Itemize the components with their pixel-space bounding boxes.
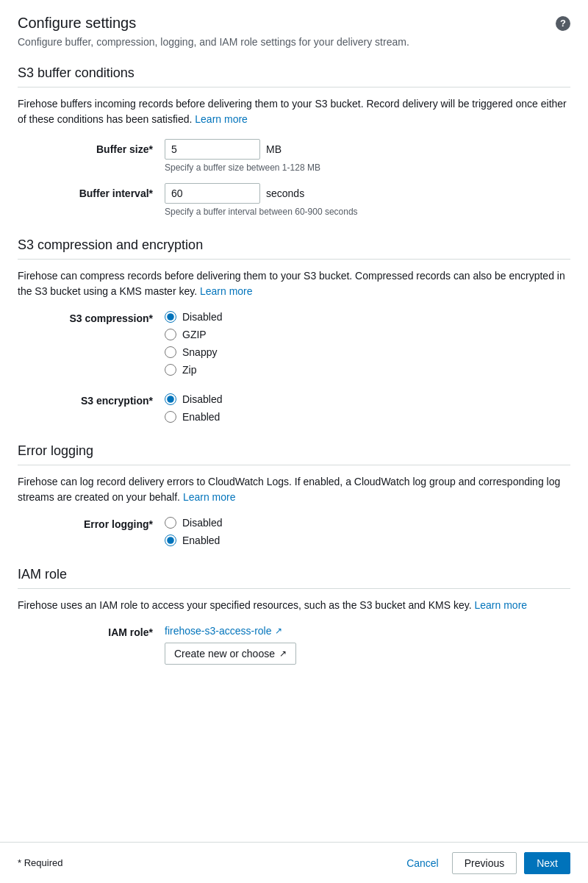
s3-buffer-section: S3 buffer conditions Firehose buffers in… bbox=[18, 65, 570, 217]
buffer-size-hint: Specify a buffer size between 1-128 MB bbox=[165, 162, 320, 173]
s3-compression-section: S3 compression and encryption Firehose c… bbox=[18, 237, 570, 423]
compression-option-zip[interactable]: Zip bbox=[165, 364, 222, 376]
page-subtitle: Configure buffer, compression, logging, … bbox=[18, 36, 570, 48]
iam-role-learn-more[interactable]: Learn more bbox=[474, 599, 527, 611]
logging-radio-disabled[interactable] bbox=[165, 517, 176, 529]
logging-row: Error logging* Disabled Enabled bbox=[18, 517, 570, 546]
encryption-radio-disabled[interactable] bbox=[165, 393, 176, 405]
compression-radio-disabled[interactable] bbox=[165, 311, 176, 323]
encryption-radio-enabled[interactable] bbox=[165, 411, 176, 423]
buffer-interval-row: Buffer interval* seconds Specify a buffe… bbox=[18, 183, 570, 217]
iam-role-value: firehose-s3-access-role bbox=[165, 625, 272, 637]
s3-compression-desc: Firehose can compress records before del… bbox=[18, 268, 570, 299]
create-btn-label: Create new or choose bbox=[174, 648, 275, 659]
compression-radio-zip[interactable] bbox=[165, 364, 176, 376]
encryption-radio-group: Disabled Enabled bbox=[165, 393, 222, 423]
buffer-interval-hint: Specify a buffer interval between 60-900… bbox=[165, 207, 358, 217]
logging-label: Error logging* bbox=[18, 517, 165, 530]
logging-label-disabled: Disabled bbox=[182, 517, 222, 529]
compression-label-snappy: Snappy bbox=[182, 346, 217, 358]
iam-role-control: firehose-s3-access-role ↗ Create new or … bbox=[165, 625, 296, 665]
encryption-option-disabled[interactable]: Disabled bbox=[165, 393, 222, 405]
next-button[interactable]: Next bbox=[524, 852, 570, 874]
footer: * Required Cancel Previous Next bbox=[0, 842, 588, 883]
compression-option-snappy[interactable]: Snappy bbox=[165, 346, 222, 358]
error-logging-learn-more[interactable]: Learn more bbox=[183, 491, 236, 503]
help-icon[interactable]: ? bbox=[556, 16, 570, 31]
iam-role-row: IAM role* firehose-s3-access-role ↗ Crea… bbox=[18, 625, 570, 665]
compression-label-zip: Zip bbox=[182, 364, 196, 376]
buffer-size-label: Buffer size* bbox=[18, 139, 165, 155]
compression-row: S3 compression* Disabled GZIP Snappy Zip bbox=[18, 311, 570, 376]
buffer-interval-inline: seconds bbox=[165, 183, 358, 204]
s3-compression-title: S3 compression and encryption bbox=[18, 237, 570, 260]
create-btn-icon: ↗ bbox=[279, 648, 287, 659]
s3-compression-learn-more[interactable]: Learn more bbox=[200, 285, 253, 297]
logging-option-disabled[interactable]: Disabled bbox=[165, 517, 222, 529]
compression-label: S3 compression* bbox=[18, 311, 165, 324]
compression-label-gzip: GZIP bbox=[182, 329, 207, 340]
buffer-interval-control: seconds Specify a buffer interval betwee… bbox=[165, 183, 358, 217]
s3-buffer-learn-more[interactable]: Learn more bbox=[195, 113, 248, 125]
encryption-label-disabled: Disabled bbox=[182, 393, 222, 405]
compression-radio-gzip[interactable] bbox=[165, 329, 176, 340]
footer-actions: Cancel Previous Next bbox=[401, 852, 570, 874]
previous-button[interactable]: Previous bbox=[452, 852, 517, 874]
s3-buffer-desc: Firehose buffers incoming records before… bbox=[18, 96, 570, 127]
encryption-row: S3 encryption* Disabled Enabled bbox=[18, 393, 570, 423]
compression-label-disabled: Disabled bbox=[182, 311, 222, 323]
required-text: * Required bbox=[18, 857, 62, 868]
error-logging-title: Error logging bbox=[18, 443, 570, 465]
error-logging-section: Error logging Firehose can log record de… bbox=[18, 443, 570, 546]
compression-radio-snappy[interactable] bbox=[165, 346, 176, 358]
logging-radio-enabled[interactable] bbox=[165, 535, 176, 546]
buffer-interval-label: Buffer interval* bbox=[18, 183, 165, 199]
buffer-size-unit: MB bbox=[266, 143, 282, 155]
logging-radio-group: Disabled Enabled bbox=[165, 517, 222, 546]
buffer-size-control: MB Specify a buffer size between 1-128 M… bbox=[165, 139, 320, 173]
logging-label-enabled: Enabled bbox=[182, 535, 220, 546]
buffer-interval-input[interactable] bbox=[165, 183, 260, 204]
iam-role-title: IAM role bbox=[18, 567, 570, 589]
encryption-label: S3 encryption* bbox=[18, 393, 165, 407]
buffer-size-inline: MB bbox=[165, 139, 320, 160]
buffer-interval-unit: seconds bbox=[266, 187, 304, 199]
iam-role-label: IAM role* bbox=[18, 625, 165, 638]
create-new-button[interactable]: Create new or choose ↗ bbox=[165, 643, 296, 665]
error-logging-desc: Firehose can log record delivery errors … bbox=[18, 474, 570, 505]
iam-role-link[interactable]: firehose-s3-access-role ↗ bbox=[165, 625, 296, 637]
s3-buffer-title: S3 buffer conditions bbox=[18, 65, 570, 87]
encryption-label-enabled: Enabled bbox=[182, 411, 220, 423]
logging-option-enabled[interactable]: Enabled bbox=[165, 535, 222, 546]
compression-radio-group: Disabled GZIP Snappy Zip bbox=[165, 311, 222, 376]
external-link-icon: ↗ bbox=[275, 626, 282, 636]
compression-option-gzip[interactable]: GZIP bbox=[165, 329, 222, 340]
compression-option-disabled[interactable]: Disabled bbox=[165, 311, 222, 323]
iam-role-section: IAM role Firehose uses an IAM role to ac… bbox=[18, 567, 570, 665]
buffer-size-row: Buffer size* MB Specify a buffer size be… bbox=[18, 139, 570, 173]
encryption-option-enabled[interactable]: Enabled bbox=[165, 411, 222, 423]
page-title: Configure settings bbox=[18, 15, 136, 32]
buffer-size-input[interactable] bbox=[165, 139, 260, 160]
cancel-button[interactable]: Cancel bbox=[401, 853, 445, 873]
iam-role-desc: Firehose uses an IAM role to access your… bbox=[18, 598, 570, 613]
